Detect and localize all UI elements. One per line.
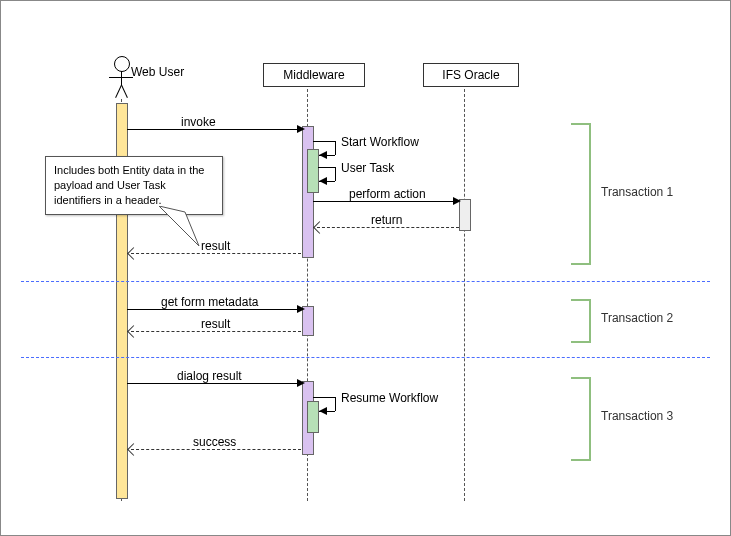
transaction-label-1: Transaction 1 (601, 185, 673, 199)
msg-resume-workflow (313, 397, 335, 398)
activation-mw-3-inner (307, 401, 319, 433)
msg-result-2 (131, 331, 301, 332)
msg-result-2-label: result (201, 317, 230, 331)
msg-invoke (127, 129, 297, 130)
msg-user-task (318, 167, 335, 168)
msg-result-1 (131, 253, 301, 254)
arrowhead-icon (297, 305, 305, 313)
msg-invoke-label: invoke (181, 115, 216, 129)
svg-marker-0 (159, 206, 199, 246)
self-seg (335, 397, 336, 411)
msg-get-form-label: get form metadata (161, 295, 258, 309)
msg-return-label: return (371, 213, 402, 227)
transaction-bracket-1 (571, 123, 591, 265)
participant-oracle: IFS Oracle (423, 63, 519, 87)
arrowhead-icon (127, 247, 140, 260)
arrowhead-icon (319, 407, 327, 415)
note-tail-icon (159, 206, 209, 250)
activation-mw-1-inner (307, 149, 319, 193)
note-text: Includes both Entity data in the payload… (54, 164, 204, 206)
msg-start-workflow (313, 141, 335, 142)
msg-perform-action-label: perform action (349, 187, 426, 201)
msg-perform-action (313, 201, 455, 202)
msg-success-label: success (193, 435, 236, 449)
transaction-label-3: Transaction 3 (601, 409, 673, 423)
arrowhead-icon (319, 151, 327, 159)
transaction-label-2: Transaction 2 (601, 311, 673, 325)
self-seg (335, 167, 336, 181)
arrowhead-icon (127, 325, 140, 338)
transaction-bracket-3 (571, 377, 591, 461)
arrowhead-icon (127, 443, 140, 456)
msg-return (317, 227, 459, 228)
actor-icon-body (121, 71, 122, 85)
transaction-separator (21, 357, 710, 358)
transaction-bracket-2 (571, 299, 591, 343)
actor-icon (114, 56, 130, 72)
msg-dialog-result-label: dialog result (177, 369, 242, 383)
msg-start-workflow-label: Start Workflow (341, 135, 419, 149)
msg-resume-workflow-label: Resume Workflow (341, 391, 438, 405)
actor-icon-leg-r (121, 85, 128, 98)
lifeline-oracle (464, 89, 465, 501)
arrowhead-icon (313, 221, 326, 234)
msg-user-task-label: User Task (341, 161, 394, 175)
participant-webuser: Web User (131, 65, 184, 79)
actor-icon-arms (109, 77, 133, 78)
arrowhead-icon (297, 125, 305, 133)
arrowhead-icon (297, 379, 305, 387)
msg-success (131, 449, 301, 450)
transaction-separator (21, 281, 710, 282)
arrowhead-icon (453, 197, 461, 205)
participant-middleware: Middleware (263, 63, 365, 87)
msg-get-form (127, 309, 297, 310)
sequence-diagram: Web User Middleware IFS Oracle invoke St… (0, 0, 731, 536)
arrowhead-icon (319, 177, 327, 185)
msg-dialog-result (127, 383, 297, 384)
self-seg (335, 141, 336, 155)
